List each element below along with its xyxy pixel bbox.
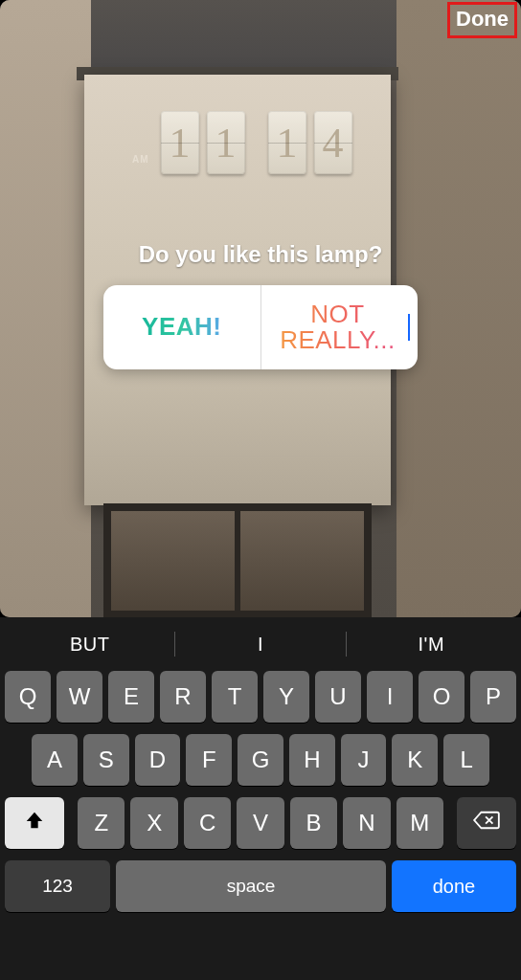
- key-n[interactable]: N: [343, 797, 390, 849]
- key-a[interactable]: A: [32, 734, 78, 786]
- poll-option-a[interactable]: YEAH!: [103, 285, 260, 369]
- key-m[interactable]: M: [396, 797, 443, 849]
- key-space[interactable]: space: [116, 860, 386, 912]
- backspace-icon: [472, 810, 501, 836]
- key-v[interactable]: V: [237, 797, 283, 849]
- key-p[interactable]: P: [470, 671, 516, 723]
- clock-digit-2: 1: [207, 111, 245, 174]
- key-x[interactable]: X: [130, 797, 177, 849]
- flip-clock: AM 1 1 1 4: [132, 111, 352, 174]
- key-z[interactable]: Z: [78, 797, 125, 849]
- keyboard: BUT I I'M Q W E R T Y U I O P A S D F G …: [0, 617, 521, 980]
- done-button-highlight: Done: [447, 2, 517, 38]
- key-row-2: A S D F G H J K L: [5, 734, 516, 786]
- clock-digit-3: 1: [268, 111, 306, 174]
- poll-option-b[interactable]: NOT REALLY...: [260, 285, 419, 369]
- key-row-3: Z X C V B N M: [5, 797, 516, 849]
- key-s[interactable]: S: [83, 734, 129, 786]
- key-w[interactable]: W: [57, 671, 102, 723]
- key-q[interactable]: Q: [5, 671, 51, 723]
- key-row-1: Q W E R T Y U I O P: [5, 671, 516, 723]
- key-r[interactable]: R: [160, 671, 206, 723]
- key-f[interactable]: F: [186, 734, 232, 786]
- clock-digit-1: 1: [161, 111, 199, 174]
- key-t[interactable]: T: [212, 671, 258, 723]
- key-u[interactable]: U: [315, 671, 361, 723]
- poll-options: YEAH! NOT REALLY...: [103, 285, 418, 369]
- key-number-switch[interactable]: 123: [5, 860, 110, 912]
- key-j[interactable]: J: [341, 734, 387, 786]
- key-backspace[interactable]: [457, 797, 516, 849]
- key-row-bottom: 123 space done: [5, 860, 516, 912]
- suggestion-3[interactable]: I'M: [347, 634, 516, 656]
- clock-ampm: AM: [132, 154, 149, 165]
- suggestion-2[interactable]: I: [175, 634, 345, 656]
- suggestion-bar: BUT I I'M: [5, 617, 516, 671]
- key-shift[interactable]: [5, 797, 64, 849]
- key-c[interactable]: C: [184, 797, 231, 849]
- key-g[interactable]: G: [238, 734, 283, 786]
- key-b[interactable]: B: [290, 797, 337, 849]
- story-canvas: AM 1 1 1 4 Done Do you like this lamp? Y…: [0, 0, 521, 617]
- photo-lamp-frame: [103, 503, 372, 617]
- shift-icon: [24, 810, 45, 836]
- key-o[interactable]: O: [419, 671, 464, 723]
- clock-digit-4: 4: [314, 111, 352, 174]
- key-h[interactable]: H: [289, 734, 335, 786]
- photo-wall-left: [0, 0, 91, 617]
- suggestion-1[interactable]: BUT: [5, 634, 174, 656]
- key-i[interactable]: I: [367, 671, 413, 723]
- poll-option-a-label: YEAH!: [142, 314, 221, 340]
- poll-option-b-label: NOT REALLY...: [269, 301, 407, 354]
- key-k[interactable]: K: [392, 734, 438, 786]
- key-e[interactable]: E: [108, 671, 154, 723]
- poll-question[interactable]: Do you like this lamp?: [103, 241, 418, 268]
- poll-sticker[interactable]: Do you like this lamp? YEAH! NOT REALLY.…: [103, 241, 418, 369]
- key-done[interactable]: done: [392, 860, 516, 912]
- key-d[interactable]: D: [135, 734, 181, 786]
- text-cursor: [408, 314, 410, 341]
- key-y[interactable]: Y: [263, 671, 309, 723]
- key-l[interactable]: L: [443, 734, 489, 786]
- done-button[interactable]: Done: [456, 7, 509, 32]
